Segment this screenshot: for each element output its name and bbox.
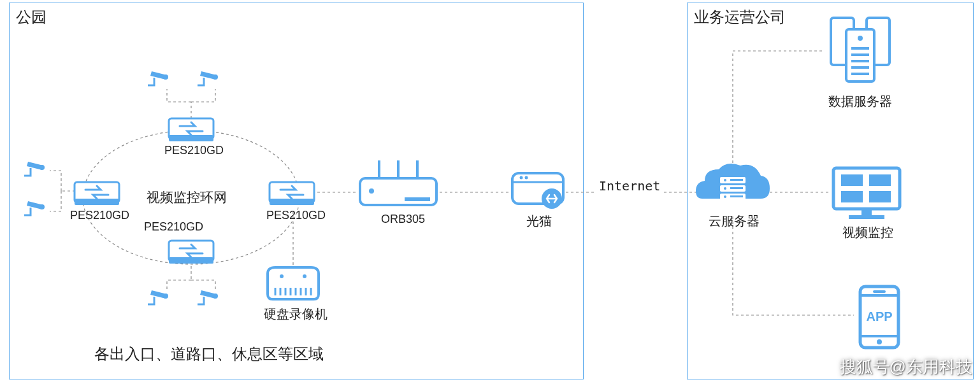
switch-icon [169,241,213,264]
camera-icon [198,71,218,85]
svg-rect-8 [405,197,430,201]
svg-text:APP: APP [866,309,892,323]
svg-point-31 [724,195,726,198]
svg-point-29 [724,187,726,190]
cloud-label: 云服务器 [709,213,760,230]
svg-rect-38 [851,53,869,56]
switch-top-label: PES210GD [164,144,224,157]
svg-rect-48 [849,215,884,219]
svg-point-21 [520,176,523,180]
modem-label: 光猫 [526,213,552,230]
svg-rect-39 [851,60,869,62]
app-icon: APP [860,286,898,348]
svg-rect-44 [869,174,891,186]
internet-label: Internet [599,178,660,194]
footnote: 各出入口、道路口、休息区等区域 [94,344,324,364]
svg-rect-47 [861,209,872,215]
switch-right-label: PES210GD [266,209,326,222]
svg-point-10 [303,274,306,278]
router-label: ORB305 [381,213,425,226]
switch-left-label: PES210GD [70,209,129,222]
svg-point-22 [525,176,528,180]
camera-icon [148,71,168,85]
monitor-icon [833,168,900,219]
svg-rect-37 [851,47,869,50]
svg-point-52 [877,339,882,344]
router-icon [360,160,436,205]
svg-rect-41 [851,73,869,75]
svg-rect-53 [873,290,886,293]
switch-icon [270,182,314,205]
monitor-label: 视频监控 [842,224,893,241]
svg-rect-32 [730,195,743,197]
ring-label: 视频监控环网 [147,188,227,206]
svg-point-36 [858,36,863,41]
svg-rect-43 [841,174,863,186]
svg-rect-46 [869,191,891,202]
svg-point-7 [369,188,374,194]
camera-icon [148,290,168,304]
svg-point-9 [280,274,284,278]
camera-icon [198,290,218,304]
svg-rect-45 [841,191,863,202]
svg-rect-30 [730,187,743,189]
svg-rect-28 [730,179,743,181]
cloud-icon [696,164,770,200]
servers-icon [831,18,890,81]
camera-icon [24,162,45,176]
nvr-label: 硬盘录像机 [264,306,328,323]
svg-point-27 [724,179,726,181]
svg-rect-42 [833,168,900,209]
nvr-icon [268,267,319,299]
camera-icon [24,201,45,215]
switch-bottom-label: PES210GD [144,220,203,234]
svg-rect-40 [851,66,869,69]
optical-modem-icon [512,173,563,209]
servers-label: 数据服务器 [828,93,892,110]
watermark: 搜狐号@东用科技 [840,356,972,378]
switch-icon [169,118,213,141]
switch-icon [75,182,119,205]
